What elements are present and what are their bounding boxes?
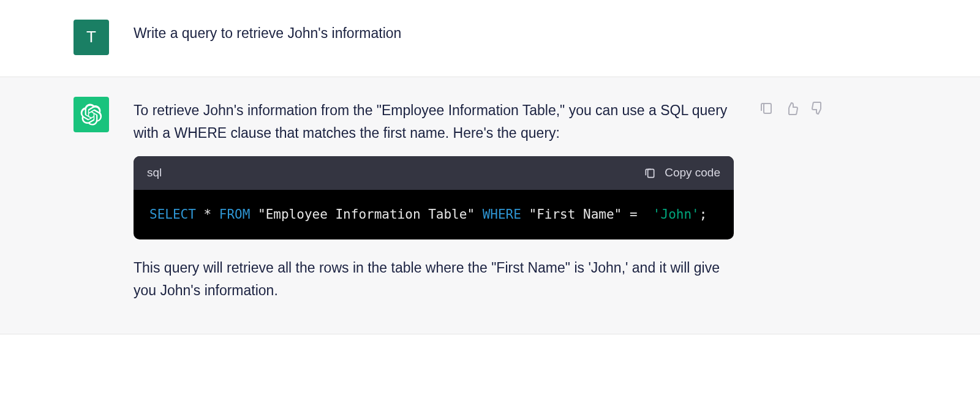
copy-code-button[interactable]: Copy code	[644, 164, 720, 182]
user-message: Write a query to retrieve John's informa…	[134, 20, 734, 57]
code-token: *	[196, 207, 219, 222]
assistant-turn: To retrieve John's information from the …	[0, 77, 980, 334]
copy-code-label: Copy code	[665, 164, 720, 182]
clipboard-icon	[644, 167, 656, 179]
code-token	[638, 207, 653, 222]
code-token-keyword: SELECT	[149, 207, 196, 222]
code-block: sql Copy code SELECT * FROM "Employee In…	[134, 156, 734, 239]
code-token-string: 'John'	[653, 207, 699, 222]
thumbs-down-icon	[810, 101, 825, 116]
openai-logo-icon	[80, 104, 102, 126]
user-turn: T Write a query to retrieve John's infor…	[0, 0, 980, 77]
code-language-label: sql	[147, 164, 162, 182]
code-token: ;	[699, 207, 707, 222]
user-message-text: Write a query to retrieve John's informa…	[134, 22, 734, 45]
user-avatar-letter: T	[86, 24, 96, 50]
code-token-keyword: FROM	[219, 207, 251, 222]
thumbs-up-icon	[785, 101, 799, 116]
clipboard-icon	[759, 101, 774, 116]
message-actions	[758, 97, 826, 314]
assistant-outro-text: This query will retrieve all the rows in…	[134, 257, 734, 302]
assistant-avatar	[74, 97, 109, 132]
copy-message-button[interactable]	[758, 100, 774, 116]
assistant-message: To retrieve John's information from the …	[134, 97, 734, 314]
code-header: sql Copy code	[134, 156, 734, 189]
thumbs-up-button[interactable]	[784, 100, 800, 116]
conversation: T Write a query to retrieve John's infor…	[0, 0, 980, 334]
user-avatar: T	[74, 20, 109, 55]
thumbs-down-button[interactable]	[810, 100, 826, 116]
code-token: "First Name"	[521, 207, 630, 222]
svg-rect-1	[764, 104, 771, 113]
code-token: "Employee Information Table"	[250, 207, 482, 222]
assistant-intro-text: To retrieve John's information from the …	[134, 99, 734, 145]
svg-rect-0	[648, 169, 654, 177]
code-token-keyword: WHERE	[483, 207, 521, 222]
code-token: =	[630, 207, 638, 222]
code-body[interactable]: SELECT * FROM "Employee Information Tabl…	[134, 190, 734, 240]
